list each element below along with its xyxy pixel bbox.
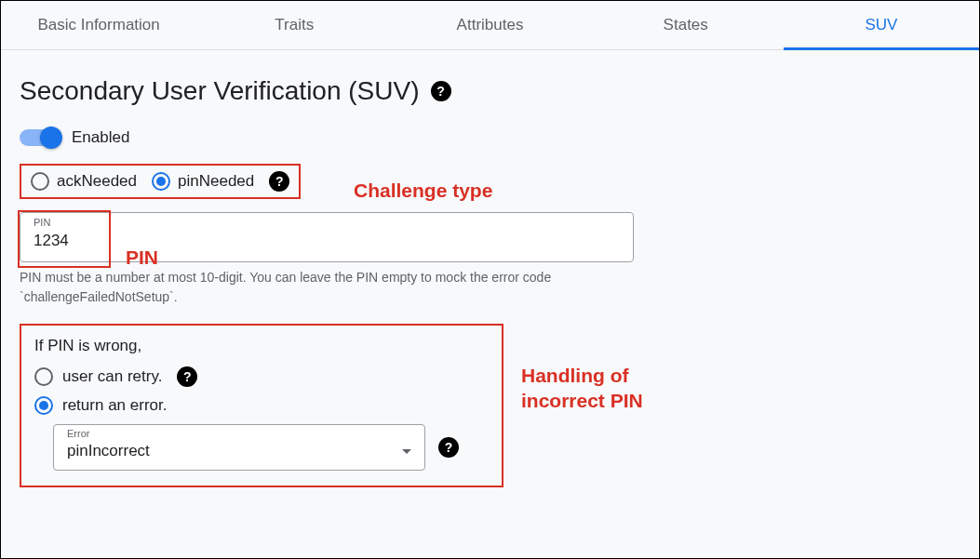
- tab-states[interactable]: States: [588, 1, 784, 49]
- pin-input[interactable]: PIN 1234: [20, 212, 634, 262]
- chevron-down-icon: [402, 449, 411, 454]
- tab-traits[interactable]: Traits: [196, 1, 392, 49]
- radio-ack-needed[interactable]: ackNeeded: [31, 172, 137, 191]
- enabled-toggle[interactable]: [20, 129, 60, 146]
- help-icon[interactable]: ?: [269, 171, 289, 192]
- toggle-knob: [40, 126, 62, 149]
- annotation-handling-text: Handling of incorrect PIN: [521, 363, 651, 414]
- enabled-toggle-label: Enabled: [72, 128, 129, 147]
- annotation-pin: PIN: [126, 246, 158, 269]
- annotation-challenge-type: Challenge type: [354, 180, 492, 202]
- radio-label-retry: user can retry.: [62, 367, 162, 386]
- help-icon[interactable]: ?: [438, 437, 459, 458]
- help-icon[interactable]: ?: [177, 366, 197, 387]
- radio-pin-needed[interactable]: pinNeeded: [152, 172, 254, 191]
- radio-icon: [34, 367, 53, 386]
- error-select[interactable]: Error pinIncorrect: [53, 424, 425, 471]
- wrong-pin-heading: If PIN is wrong,: [34, 337, 489, 355]
- tab-suv[interactable]: SUV: [784, 1, 979, 49]
- help-icon[interactable]: ?: [431, 81, 451, 101]
- radio-icon: [34, 396, 53, 415]
- tab-bar: Basic Information Traits Attributes Stat…: [1, 1, 979, 50]
- radio-label-ack: ackNeeded: [57, 172, 137, 191]
- tab-basic-information[interactable]: Basic Information: [1, 1, 196, 49]
- tab-attributes[interactable]: Attributes: [392, 1, 587, 49]
- radio-icon: [31, 172, 49, 191]
- error-select-label: Error: [67, 428, 89, 439]
- pin-field-label: PIN: [34, 217, 50, 228]
- radio-label-error: return an error.: [62, 396, 167, 415]
- radio-user-retry[interactable]: user can retry. ?: [34, 366, 489, 387]
- pin-field-value: 1234: [34, 232, 69, 249]
- error-select-value: pinIncorrect: [67, 442, 150, 460]
- radio-icon: [152, 172, 170, 191]
- page-title: Secondary User Verification (SUV): [20, 76, 420, 106]
- pin-helper-text: PIN must be a number at most 10-digit. Y…: [20, 268, 634, 307]
- annotation-handling: Handling of incorrect PIN: [521, 363, 651, 414]
- radio-label-pin: pinNeeded: [178, 172, 254, 191]
- wrong-pin-section: If PIN is wrong, user can retry. ? retur…: [20, 324, 503, 487]
- challenge-type-group: ackNeeded pinNeeded ?: [20, 164, 301, 199]
- radio-return-error[interactable]: return an error.: [34, 396, 489, 415]
